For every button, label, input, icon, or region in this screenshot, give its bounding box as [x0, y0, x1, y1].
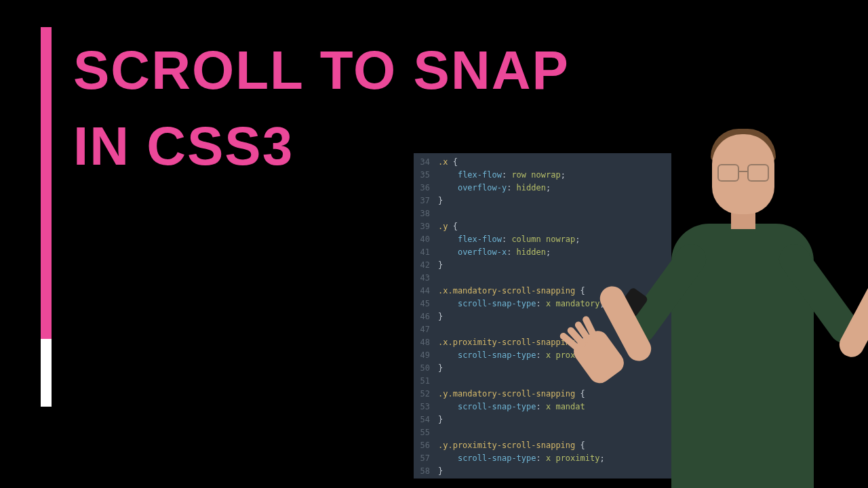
- code-content: scroll-snap-type: x mandat: [438, 401, 585, 413]
- line-number: 45: [414, 298, 438, 310]
- line-number: 49: [414, 349, 438, 362]
- code-content: }: [438, 413, 443, 426]
- line-number: 47: [414, 323, 438, 336]
- code-content: flex-flow: row nowrap;: [438, 169, 566, 182]
- line-number: 46: [414, 310, 438, 323]
- code-content: .x {: [438, 156, 458, 169]
- line-number: 40: [414, 233, 438, 246]
- presenter-figure: [631, 122, 848, 488]
- code-content: overflow-x: hidden;: [438, 246, 551, 259]
- code-content: }: [438, 362, 443, 375]
- code-content: }: [438, 259, 443, 272]
- code-content: .y.proximity-scroll-snapping {: [438, 439, 585, 452]
- line-number: 44: [414, 285, 438, 298]
- code-content: overflow-y: hidden;: [438, 182, 551, 195]
- line-number: 42: [414, 259, 438, 272]
- code-content: }: [438, 310, 443, 323]
- line-number: 38: [414, 207, 438, 220]
- code-content: flex-flow: column nowrap;: [438, 233, 580, 246]
- code-content: }: [438, 195, 443, 207]
- title-line-1: SCROLL TO SNAP: [73, 33, 570, 108]
- line-number: 57: [414, 452, 438, 465]
- line-number: 55: [414, 426, 438, 439]
- line-number: 51: [414, 375, 438, 388]
- line-number: 34: [414, 156, 438, 169]
- code-content: }: [438, 465, 443, 478]
- line-number: 48: [414, 336, 438, 349]
- line-number: 43: [414, 272, 438, 285]
- line-number: 35: [414, 169, 438, 182]
- line-number: 58: [414, 465, 438, 478]
- code-content: .y.mandatory-scroll-snapping {: [438, 388, 585, 401]
- accent-bar-white: [41, 339, 52, 407]
- line-number: 54: [414, 413, 438, 426]
- line-number: 50: [414, 362, 438, 375]
- code-content: .y {: [438, 220, 458, 233]
- line-number: 39: [414, 220, 438, 233]
- code-content: scroll-snap-type: x proximity;: [438, 452, 605, 465]
- line-number: 37: [414, 195, 438, 207]
- line-number: 36: [414, 182, 438, 195]
- code-content: .x.mandatory-scroll-snapping {: [438, 285, 585, 298]
- line-number: 53: [414, 401, 438, 413]
- line-number: 52: [414, 388, 438, 401]
- line-number: 56: [414, 439, 438, 452]
- line-number: 41: [414, 246, 438, 259]
- code-content: scroll-snap-type: x mandatory;: [438, 298, 605, 310]
- code-content: scroll-snap-type: x proximi: [438, 349, 590, 362]
